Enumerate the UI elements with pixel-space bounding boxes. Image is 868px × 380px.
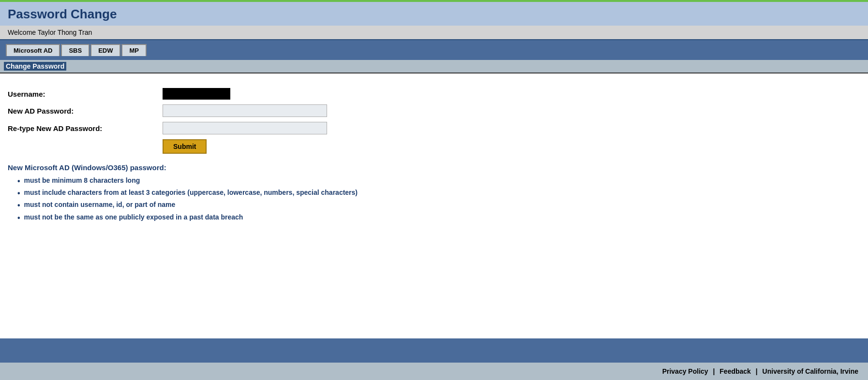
- requirements-section: New Microsoft AD (Windows/O365) password…: [8, 163, 860, 222]
- section-header-label: Change Password: [4, 62, 66, 71]
- welcome-bar: Welcome Taylor Thong Tran: [0, 26, 868, 39]
- new-password-input[interactable]: [163, 104, 327, 117]
- form-section: Username: New AD Password: Re-type New A…: [8, 88, 860, 154]
- requirement-item-3: must not contain username, id, or part o…: [17, 201, 860, 210]
- section-header: Change Password: [0, 60, 868, 73]
- retype-password-label: Re-type New AD Password:: [8, 124, 163, 132]
- requirements-list: must be minimum 8 characters long must i…: [8, 176, 860, 222]
- submit-row: Submit: [8, 139, 860, 154]
- feedback-link[interactable]: Feedback: [719, 367, 751, 375]
- submit-button[interactable]: Submit: [163, 139, 207, 154]
- page-title: Password Change: [8, 7, 860, 22]
- retype-password-input[interactable]: [163, 122, 327, 134]
- privacy-policy-link[interactable]: Privacy Policy: [662, 367, 708, 375]
- footer-sep-2: |: [756, 367, 758, 375]
- requirements-title: New Microsoft AD (Windows/O365) password…: [8, 163, 860, 172]
- new-password-row: New AD Password:: [8, 104, 860, 117]
- tab-edw[interactable]: EDW: [90, 44, 120, 56]
- main-content: Username: New AD Password: Re-type New A…: [0, 73, 868, 338]
- requirement-item-1: must be minimum 8 characters long: [17, 176, 860, 186]
- requirement-item-2: must include characters from at least 3 …: [17, 189, 860, 198]
- new-password-label: New AD Password:: [8, 107, 163, 115]
- tab-microsoft-ad[interactable]: Microsoft AD: [6, 44, 60, 56]
- requirement-item-4: must not be the same as one publicly exp…: [17, 213, 860, 222]
- welcome-text: Welcome Taylor Thong Tran: [8, 29, 92, 36]
- retype-password-row: Re-type New AD Password:: [8, 122, 860, 134]
- tab-sbs[interactable]: SBS: [61, 44, 90, 56]
- university-name: University of California, Irvine: [763, 367, 858, 375]
- nav-bar: Microsoft AD SBS EDW MP: [0, 39, 868, 60]
- username-row: Username:: [8, 88, 860, 100]
- title-bar: Password Change: [0, 2, 868, 26]
- footer-blue-bar: [0, 338, 868, 363]
- footer-sep-1: |: [713, 367, 715, 375]
- username-value: [163, 88, 230, 100]
- username-label: Username:: [8, 90, 163, 98]
- footer-links: Privacy Policy | Feedback | University o…: [0, 363, 868, 380]
- tab-mp[interactable]: MP: [121, 44, 147, 56]
